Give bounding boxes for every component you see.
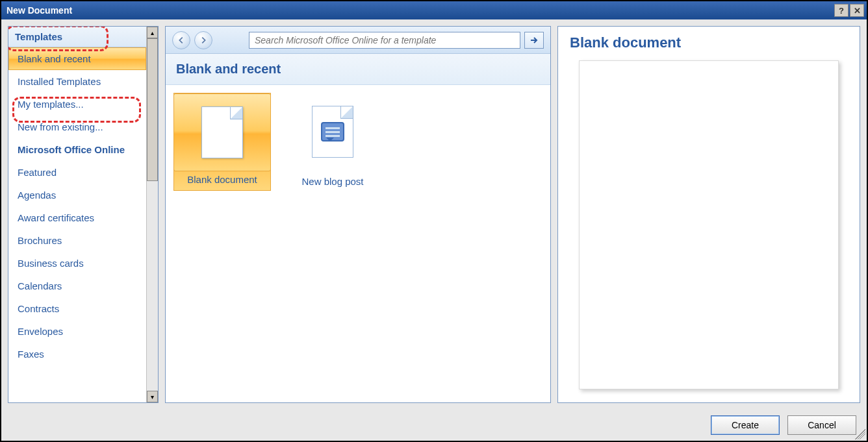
tile-new-blog-post[interactable]: New blog post [284, 93, 381, 187]
nav-forward-button[interactable] [194, 31, 212, 49]
sidebar-item-business-cards[interactable]: Business cards [8, 252, 146, 275]
sidebar-item-label: Brochures [18, 235, 62, 246]
sidebar-item-label: Featured [18, 167, 57, 178]
arrow-left-icon [177, 36, 186, 45]
sidebar-list: Blank and recent Installed Templates My … [8, 47, 146, 365]
arrow-right-icon [529, 35, 539, 45]
arrow-right-icon [199, 36, 208, 45]
sidebar-item-installed-templates[interactable]: Installed Templates [8, 70, 146, 93]
template-gallery: Blank document New blog post [166, 85, 550, 402]
sidebar-item-award-certificates[interactable]: Award certificates [8, 206, 146, 229]
search-input[interactable] [249, 32, 520, 49]
scroll-track[interactable] [147, 181, 158, 391]
sidebar-item-featured[interactable]: Featured [8, 161, 146, 184]
sidebar-item-calendars[interactable]: Calendars [8, 275, 146, 297]
close-button[interactable]: ✕ [850, 4, 864, 17]
tile-iconbox [173, 93, 271, 171]
preview-title: Blank document [570, 34, 848, 51]
sidebar-item-my-templates[interactable]: My templates... [8, 93, 146, 116]
sidebar-scrollbar[interactable]: ▴ ▾ [146, 27, 158, 402]
sidebar-item-label: Award certificates [18, 212, 94, 223]
preview-page [579, 60, 839, 389]
document-icon [201, 106, 243, 158]
scroll-thumb[interactable] [147, 38, 158, 181]
sidebar-item-blank-and-recent[interactable]: Blank and recent [8, 47, 146, 70]
sidebar-item-label: Microsoft Office Online [18, 144, 125, 155]
blog-post-icon [312, 106, 353, 158]
dialog-body: Templates Blank and recent Installed Tem… [1, 19, 867, 441]
titlebar: New Document ? ✕ [1, 1, 867, 19]
new-document-dialog: New Document ? ✕ Templates Blank and rec… [0, 0, 868, 442]
tile-label: New blog post [301, 176, 363, 187]
sidebar-item-brochures[interactable]: Brochures [8, 229, 146, 252]
help-icon: ? [839, 6, 844, 16]
search-wrap [249, 32, 544, 49]
sidebar-item-label: Business cards [18, 258, 84, 269]
tile-label: Blank document [187, 174, 257, 185]
sidebar-item-label: Envelopes [18, 326, 63, 337]
sidebar-item-agendas[interactable]: Agendas [8, 184, 146, 206]
scroll-down-arrow-icon[interactable]: ▾ [147, 391, 158, 402]
preview-panel: Blank document [557, 26, 860, 403]
sidebar-item-label: Agendas [18, 190, 56, 201]
cancel-button[interactable]: Cancel [787, 415, 856, 435]
window-title: New Document [6, 5, 833, 16]
sidebar-item-label: New from existing... [18, 121, 103, 132]
sidebar-header: Templates [8, 27, 146, 47]
sidebar-item-label: Faxes [18, 349, 44, 360]
nav-back-button[interactable] [172, 31, 190, 49]
sidebar-item-new-from-existing[interactable]: New from existing... [8, 116, 146, 138]
sidebar-item-envelopes[interactable]: Envelopes [8, 320, 146, 343]
sidebar-inner: Templates Blank and recent Installed Tem… [8, 27, 146, 402]
help-button[interactable]: ? [834, 4, 849, 17]
sidebar-item-faxes[interactable]: Faxes [8, 343, 146, 365]
center-panel: Blank and recent Blank document [165, 26, 551, 403]
speech-bubble-icon [321, 122, 344, 141]
sidebar-item-label: Calendars [18, 280, 62, 291]
sidebar-item-label: Installed Templates [18, 76, 101, 87]
dialog-footer: Create Cancel [1, 410, 867, 441]
sidebar-item-office-online[interactable]: Microsoft Office Online [8, 138, 146, 161]
sidebar-item-label: My templates... [18, 99, 84, 110]
search-go-button[interactable] [524, 32, 544, 49]
create-button[interactable]: Create [711, 415, 780, 435]
sidebar-item-label: Blank and recent [18, 53, 91, 64]
section-header: Blank and recent [166, 54, 550, 85]
tile-iconbox [284, 93, 381, 171]
toolbar [166, 27, 550, 54]
panes: Templates Blank and recent Installed Tem… [1, 19, 867, 410]
scroll-up-arrow-icon[interactable]: ▴ [147, 27, 158, 38]
sidebar-item-label: Contracts [18, 303, 59, 314]
sidebar: Templates Blank and recent Installed Tem… [8, 26, 159, 403]
close-icon: ✕ [854, 6, 861, 16]
resize-grip-icon[interactable] [855, 429, 865, 439]
tile-blank-document[interactable]: Blank document [173, 93, 271, 191]
sidebar-item-contracts[interactable]: Contracts [8, 297, 146, 320]
